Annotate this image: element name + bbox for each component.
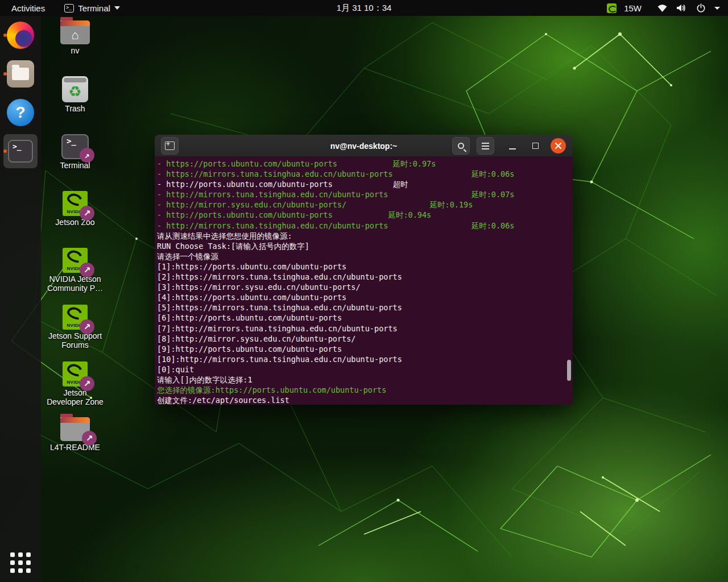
terminal-line: [7]:http://mirrors.tuna.tsinghua.edu.cn/… <box>157 323 570 334</box>
terminal-line: [8]:http://mirror.sysu.edu.cn/ubuntu-por… <box>157 334 570 344</box>
close-button[interactable] <box>551 138 566 153</box>
new-tab-button[interactable] <box>161 137 179 155</box>
dock-item-files[interactable] <box>7 60 34 88</box>
terminal-line: [10]:http://mirrors.tuna.tsinghua.edu.cn… <box>157 354 570 364</box>
shortcut-arrow-icon: ↗ <box>80 263 94 277</box>
nvidia-logo-icon: NVIDIA ↗ <box>63 191 88 216</box>
desktop-icon-jetson-developer[interactable]: NVIDIA ↗ Jetson Developer Zone <box>41 361 109 406</box>
terminal-line: 请从测速结果中选择您想使用的镜像源: <box>157 231 570 241</box>
running-indicator <box>3 72 7 76</box>
dock-item-help[interactable]: ? <box>7 99 34 126</box>
home-folder-icon: ⌂ <box>60 20 90 44</box>
minimize-button[interactable] <box>504 136 520 155</box>
activities-button[interactable]: Activities <box>8 3 48 13</box>
terminal-line: [1]:https://ports.ubuntu.com/ubuntu-port… <box>157 261 570 272</box>
terminal-line: 创建文件:/etc/apt/sources.list <box>157 395 570 405</box>
terminal-line: RUN Choose Task:[请输入括号内的数字] <box>157 241 570 251</box>
terminal-line: - https://ports.ubuntu.com/ubuntu-ports … <box>157 159 570 169</box>
chevron-down-icon <box>714 7 720 10</box>
nvidia-logo-icon: NVIDIA ↗ <box>63 305 88 330</box>
desktop-icon-nvidia-community[interactable]: NVIDIA ↗ NVIDIA Jetson Community P… <box>41 248 109 293</box>
terminal-line: [6]:http://ports.ubuntu.com/ubuntu-ports <box>157 313 570 323</box>
menu-button[interactable] <box>477 137 494 155</box>
maximize-button[interactable] <box>527 136 543 155</box>
hamburger-icon <box>482 143 489 149</box>
running-indicator <box>3 149 7 153</box>
terminal-line: - http://ports.ubuntu.com/ubuntu-ports 延… <box>157 210 570 220</box>
app-menu-terminal[interactable]: >_ Terminal <box>64 3 120 13</box>
maximize-icon <box>532 143 539 149</box>
shortcut-arrow-icon: ↗ <box>80 148 94 163</box>
search-icon <box>458 143 464 149</box>
shortcut-arrow-icon: ↗ <box>80 376 94 391</box>
terminal-icon: >_ <box>8 140 33 163</box>
desktop-icon-label: Jetson Developer Zone <box>47 388 104 406</box>
app-menu-label: Terminal <box>78 3 110 13</box>
firefox-icon <box>7 22 34 49</box>
desktop-icon-jetson-zoo[interactable]: NVIDIA ↗ Jetson Zoo <box>41 191 109 227</box>
terminal-output[interactable]: - https://ports.ubuntu.com/ubuntu-ports … <box>155 157 573 405</box>
desktop-icon-jetson-support[interactable]: NVIDIA ↗ Jetson Support Forums <box>41 305 109 350</box>
terminal-titlebar[interactable]: nv@nv-desktop:~ <box>155 135 573 157</box>
terminal-line: 请选择一个镜像源 <box>157 251 570 261</box>
running-indicator <box>3 34 7 37</box>
terminal-window: nv@nv-desktop:~ - https://ports.ubuntu.c… <box>155 135 573 405</box>
desktop-icon-label: Trash <box>65 104 85 113</box>
nvidia-logo-icon: NVIDIA ↗ <box>63 248 88 273</box>
terminal-line: [3]:https://mirror.sysu.edu.cn/ubuntu-po… <box>157 282 570 292</box>
new-tab-icon <box>165 142 175 150</box>
desktop-icon-label: nv <box>71 46 80 55</box>
shortcut-arrow-icon: ↗ <box>80 319 94 334</box>
dock: ? >_ <box>0 16 41 582</box>
terminal-line: - http://mirrors.tuna.tsinghua.edu.cn/ub… <box>157 189 570 199</box>
shortcut-arrow-icon: ↗ <box>80 206 94 221</box>
terminal-line: - https://mirrors.tuna.tsinghua.edu.cn/u… <box>157 169 570 179</box>
nvidia-logo-icon: NVIDIA ↗ <box>63 361 88 386</box>
terminal-line: [4]:https://ports.ubuntu.com/ubuntu-port… <box>157 292 570 302</box>
volume-icon <box>676 3 688 13</box>
desktop-icon-nv[interactable]: ⌂ nv <box>41 20 109 55</box>
terminal-line: - http://ports.ubuntu.com/ubuntu-ports 超… <box>157 179 570 189</box>
desktop-icon-label: NVIDIA Jetson Community P… <box>46 275 104 293</box>
show-applications-button[interactable] <box>7 549 34 576</box>
system-status-area[interactable]: 15W <box>607 3 728 13</box>
top-bar: Activities >_ Terminal 1月 31 10：34 15W <box>0 0 728 16</box>
close-icon <box>555 142 562 149</box>
terminal-line: 请输入[]内的数字以选择:1 <box>157 375 570 385</box>
files-icon <box>7 60 34 88</box>
chevron-down-icon <box>114 6 120 10</box>
terminal-icon: >_ ↗ <box>61 134 89 159</box>
terminal-line: [5]:https://mirrors.tuna.tsinghua.edu.cn… <box>157 302 570 313</box>
power-icon <box>696 3 706 13</box>
power-mode-label: 15W <box>624 3 642 13</box>
terminal-icon: >_ <box>64 4 74 13</box>
terminal-line: [0]:quit <box>157 364 570 375</box>
terminal-line: [2]:https://mirrors.tuna.tsinghua.edu.cn… <box>157 272 570 282</box>
desktop-icon-trash[interactable]: ♻ Trash <box>41 76 109 113</box>
shortcut-arrow-icon: ↗ <box>82 431 97 446</box>
desktop-icon-terminal[interactable]: >_ ↗ Terminal <box>41 134 109 170</box>
terminal-line: 您选择的镜像源:https://ports.ubuntu.com/ubuntu-… <box>157 385 570 395</box>
scrollbar-thumb[interactable] <box>567 360 571 381</box>
terminal-line: - http://mirrors.tuna.tsinghua.edu.cn/ub… <box>157 221 570 231</box>
trash-icon: ♻ <box>62 76 88 102</box>
desktop-icon-label: Jetson Support Forums <box>46 331 104 350</box>
terminal-line: [9]:http://ports.ubuntu.com/ubuntu-ports <box>157 344 570 354</box>
dock-item-terminal[interactable]: >_ <box>7 138 34 165</box>
wifi-icon <box>657 3 668 13</box>
help-icon: ? <box>7 99 34 126</box>
desktop-icon-l4t-readme[interactable]: ↗ L4T-README <box>41 417 109 452</box>
dock-item-firefox[interactable] <box>7 22 34 49</box>
folder-icon: ↗ <box>60 417 90 441</box>
search-button[interactable] <box>452 137 470 155</box>
terminal-line: - http://mirror.sysu.edu.cn/ubuntu-ports… <box>157 199 570 210</box>
minimize-icon <box>509 148 516 149</box>
nvidia-logo-icon <box>607 3 617 13</box>
